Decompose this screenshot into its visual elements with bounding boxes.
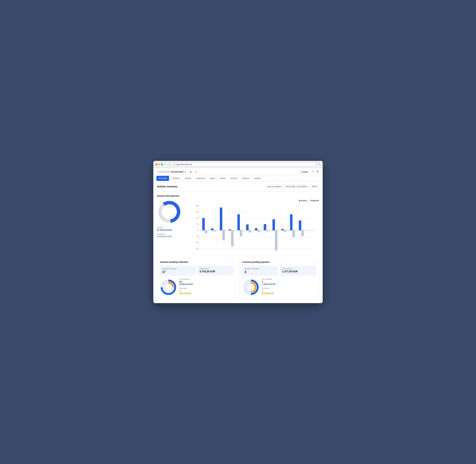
payment-past-due-label: Past due bbox=[262, 287, 316, 290]
maximize-button[interactable] bbox=[161, 164, 163, 165]
share-icon[interactable]: ↑ bbox=[317, 163, 318, 166]
new-tab-icon[interactable]: + bbox=[319, 163, 321, 166]
payment-donut bbox=[243, 279, 259, 296]
tab-contacts[interactable]: Contacts bbox=[170, 176, 182, 181]
svg-rect-40 bbox=[290, 214, 292, 230]
tab-banks[interactable]: Banks bbox=[218, 176, 228, 181]
tab-reports[interactable]: Reports bbox=[240, 176, 251, 181]
forward-button[interactable]: › bbox=[168, 163, 170, 166]
svg-rect-31 bbox=[249, 230, 251, 232]
payment-on-schedule-label: On schedule bbox=[262, 278, 316, 280]
tab-activity[interactable]: Activity bbox=[252, 176, 262, 181]
tab-expenses[interactable]: Expenses bbox=[194, 176, 207, 181]
svg-text:150: 150 bbox=[196, 211, 199, 213]
top-bar-right: + Create ? bbox=[298, 170, 320, 174]
donut-labels: Income 87.023,00 EUR Expenses 63.000,93 … bbox=[157, 227, 188, 238]
svg-text:-100: -100 bbox=[195, 242, 199, 243]
create-button[interactable]: + Create bbox=[298, 170, 310, 174]
date-range-label: 01.01.2023 - 31.12.2023 bbox=[286, 185, 306, 188]
svg-rect-36 bbox=[272, 219, 275, 230]
main-content: Activity summary Last 12 months ▾ 01.01.… bbox=[153, 181, 323, 303]
browser-chrome: ‹ › 🔒 app.b2brouter.net ↑ + bbox=[153, 161, 323, 168]
tab-archive[interactable]: Archive bbox=[228, 176, 239, 181]
svg-rect-43 bbox=[301, 230, 304, 236]
tab-taxes[interactable]: Taxes bbox=[208, 176, 217, 181]
invoices-payment-panel: Invoices pending payment ⋮ Number of inv… bbox=[240, 257, 319, 300]
expenses-dot bbox=[309, 200, 310, 201]
chevron-currency-icon: ▾ bbox=[316, 185, 317, 188]
help-button[interactable]: ? bbox=[311, 170, 314, 174]
donut-chart bbox=[157, 200, 182, 224]
payment-panel-bottom: On schedule 1 1.254,00 EUR Past due 1 52… bbox=[243, 278, 316, 297]
app-content: Account name ENTERPRISE ▾ ⚙ ⚡ + Create ? bbox=[153, 168, 323, 303]
legend-income: Income bbox=[299, 200, 307, 202]
chevron-date-icon: ▾ bbox=[307, 185, 308, 188]
payment-past-due-amount: 523,00 EUR bbox=[262, 292, 316, 295]
svg-rect-25 bbox=[222, 230, 225, 240]
period-filter[interactable]: Last 12 months ▾ bbox=[266, 184, 283, 189]
nav-tabs: Overview Contacts Income Expenses Taxes … bbox=[153, 176, 323, 181]
payment-panel-header: Invoices pending payment ⋮ bbox=[243, 260, 316, 264]
payment-panel-title: Invoices pending payment bbox=[243, 261, 270, 263]
legend-income-label: Income bbox=[301, 200, 307, 202]
svg-text:-50: -50 bbox=[196, 236, 199, 237]
svg-text:-150: -150 bbox=[195, 248, 199, 250]
lock-icon: 🔒 bbox=[173, 163, 175, 165]
svg-rect-22 bbox=[211, 228, 214, 230]
minimize-button[interactable] bbox=[158, 164, 160, 165]
svg-text:200: 200 bbox=[196, 205, 199, 207]
svg-rect-41 bbox=[292, 230, 295, 237]
account-selector[interactable]: Account name ENTERPRISE ▾ bbox=[156, 170, 187, 174]
collection-panel-bottom: On schedule 13 8.245,00 EUR Past due 4 4… bbox=[160, 278, 233, 297]
svg-rect-28 bbox=[237, 214, 240, 230]
url-text: app.b2brouter.net bbox=[176, 163, 192, 165]
top-bar-left: Account name ENTERPRISE ▾ ⚙ ⚡ bbox=[156, 170, 198, 174]
tab-income[interactable]: Income bbox=[183, 176, 194, 181]
settings-button[interactable]: ⚙ bbox=[189, 170, 192, 174]
currency-label: EUR bbox=[312, 185, 316, 188]
svg-text:0: 0 bbox=[198, 229, 199, 231]
user-button[interactable] bbox=[316, 170, 320, 174]
svg-rect-21 bbox=[205, 230, 207, 233]
collection-on-schedule-count: 13 bbox=[179, 280, 233, 283]
income-dot bbox=[299, 200, 300, 201]
legend-expenses: Expenses bbox=[309, 200, 319, 202]
top-bar: Account name ENTERPRISE ▾ ⚙ ⚡ + Create ? bbox=[153, 168, 323, 176]
income-label-item: Income 87.023,00 EUR bbox=[157, 227, 188, 231]
svg-rect-37 bbox=[275, 230, 277, 251]
collection-past-due-label: Past due bbox=[179, 287, 233, 290]
tab-overview[interactable]: Overview bbox=[156, 176, 169, 181]
collection-on-schedule: On schedule 13 8.245,00 EUR bbox=[179, 278, 233, 285]
svg-rect-27 bbox=[231, 230, 233, 246]
collection-stats: Number of invoices 17 Total amount 8.703… bbox=[160, 266, 233, 276]
url-bar[interactable]: 🔒 app.b2brouter.net bbox=[172, 162, 315, 166]
payment-num-invoices-card: Number of invoices 2 bbox=[243, 266, 279, 276]
svg-rect-24 bbox=[220, 208, 222, 230]
svg-rect-38 bbox=[281, 229, 284, 230]
svg-rect-42 bbox=[299, 221, 301, 230]
payment-total-amount-value: 1.377,00 EUR bbox=[282, 270, 314, 273]
lightning-button[interactable]: ⚡ bbox=[194, 170, 198, 174]
expenses-value: 63.000,93 EUR bbox=[157, 235, 188, 238]
payment-past-due-count: 1 bbox=[262, 290, 316, 292]
invoices-grid: Invoices pending collection ⋮ Number of … bbox=[157, 257, 319, 300]
payment-dots-menu[interactable]: ⋮ bbox=[313, 260, 316, 264]
collection-total-amount-label: Total amount bbox=[200, 268, 231, 270]
expenses-label-title: Expenses bbox=[157, 233, 188, 235]
payment-total-amount-label: Total amount bbox=[282, 268, 314, 270]
close-button[interactable] bbox=[155, 164, 157, 165]
browser-window: ‹ › 🔒 app.b2brouter.net ↑ + Account name… bbox=[153, 161, 323, 303]
date-range-filter[interactable]: 01.01.2023 - 31.12.2023 ▾ bbox=[284, 184, 309, 189]
income-expenses-title: Income and expenses bbox=[157, 194, 319, 197]
payment-on-schedule: On schedule 1 1.254,00 EUR bbox=[262, 278, 316, 285]
back-button[interactable]: ‹ bbox=[165, 163, 166, 166]
payment-past-due: Past due 1 523,00 EUR bbox=[262, 287, 316, 295]
payment-total-amount-card: Total amount 1.377,00 EUR bbox=[280, 266, 316, 276]
invoices-collection-panel: Invoices pending collection ⋮ Number of … bbox=[157, 257, 236, 300]
expenses-label-item: Expenses 63.000,93 EUR bbox=[157, 233, 188, 238]
currency-filter[interactable]: EUR ▾ bbox=[310, 184, 319, 189]
traffic-lights bbox=[155, 164, 163, 165]
collection-panel-header: Invoices pending collection ⋮ bbox=[160, 260, 233, 264]
collection-dots-menu[interactable]: ⋮ bbox=[231, 260, 233, 264]
income-expenses-section: Income 87.023,00 EUR Expenses 63.000,93 … bbox=[157, 200, 319, 252]
